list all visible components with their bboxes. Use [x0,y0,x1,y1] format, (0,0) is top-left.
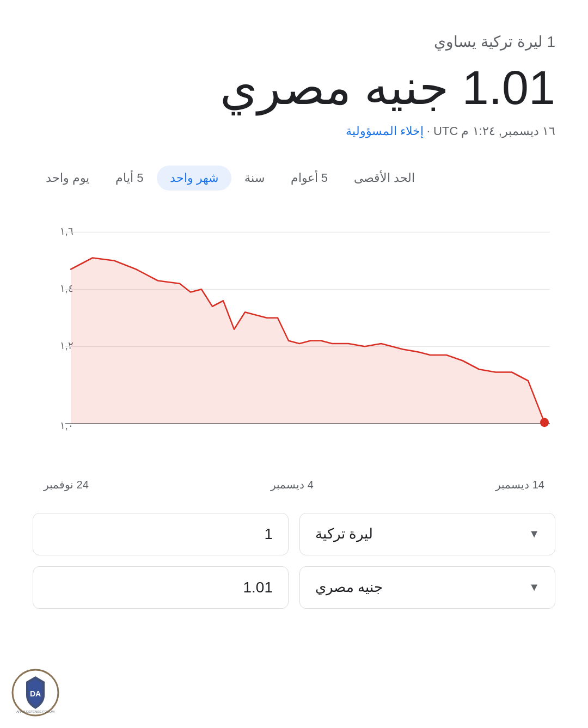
tab-1m[interactable]: شهر واحد [157,166,231,191]
tab-1d[interactable]: يوم واحد [33,166,102,191]
svg-text:١,٦: ١,٦ [60,225,74,237]
timestamp-text: ١٦ ديسمبر, ١:٢٤ م UTC [433,124,555,138]
svg-point-8 [540,418,549,427]
currency-to-arrow: ▼ [529,581,540,594]
x-label-dec14: 14 ديسمبر [495,478,544,491]
main-conversion-value: 1.01 جنيه مصري [33,62,555,114]
x-axis-labels: 24 نوفمبر 4 ديسمبر 14 ديسمبر [33,474,555,491]
tab-1y[interactable]: سنة [231,166,278,191]
svg-text:DA: DA [30,689,41,698]
currency-to-value: 1.01 [33,566,289,609]
timestamp-line: ١٦ ديسمبر, ١:٢٤ م UTC · إخلاء المسؤولية [33,124,555,138]
tab-5y[interactable]: 5 أعوام [278,166,341,191]
x-label-nov24: 24 نوفمبر [44,478,89,491]
tab-max[interactable]: الحد الأقصى [341,166,428,191]
logo-watermark: DA ARAB DEFENSE FORUM [11,668,60,717]
conversion-subtitle: 1 ليرة تركية يساوي [33,33,555,51]
currency-from-arrow: ▼ [529,528,540,540]
currency-from-label: ليرة تركية [315,525,373,542]
currency-to-row: ▼ جنيه مصري 1.01 [33,566,555,609]
x-label-dec4: 4 ديسمبر [271,478,314,491]
currency-from-value: 1 [33,513,289,555]
time-period-tabs: يوم واحد 5 أيام شهر واحد سنة 5 أعوام الح… [33,166,555,191]
currency-to-selector[interactable]: ▼ جنيه مصري [299,566,555,609]
currency-from-selector[interactable]: ▼ ليرة تركية [299,513,555,555]
currency-from-row: ▼ ليرة تركية 1 [33,513,555,555]
currency-to-label: جنيه مصري [315,579,383,596]
dot-separator: · [424,124,430,138]
svg-text:ARAB DEFENSE FORUM: ARAB DEFENSE FORUM [16,710,54,713]
tab-5d[interactable]: 5 أيام [102,166,156,191]
disclaimer-link[interactable]: إخلاء المسؤولية [346,124,424,138]
price-chart: ١,٦ ١,٤ ١,٢ ١,٠ [33,218,555,446]
